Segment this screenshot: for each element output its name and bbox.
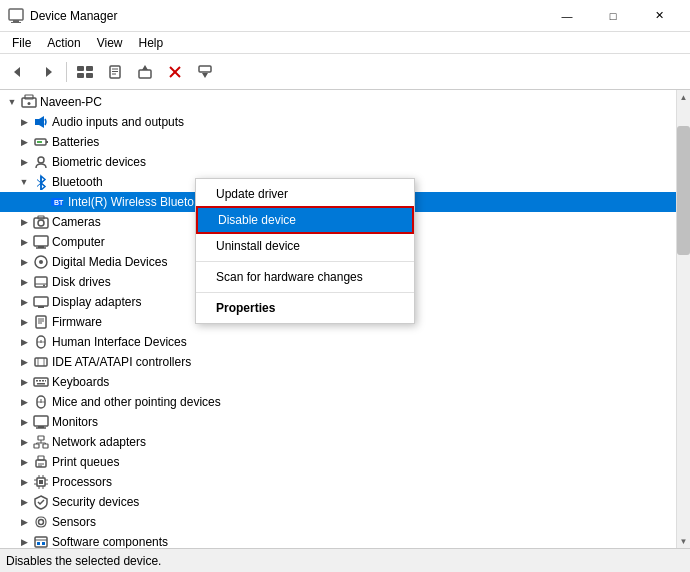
- toolbar-forward[interactable]: [34, 58, 62, 86]
- svg-rect-6: [86, 66, 93, 71]
- monitors-expander[interactable]: ▶: [16, 414, 32, 430]
- window-controls: — □ ✕: [544, 0, 682, 32]
- biometric-icon: [32, 153, 50, 171]
- keyboards-expander[interactable]: ▶: [16, 374, 32, 390]
- scroll-up[interactable]: ▲: [677, 90, 691, 104]
- toolbar-update-driver[interactable]: [131, 58, 159, 86]
- tree-item-keyboards[interactable]: ▶ Keyboards: [0, 372, 676, 392]
- disk-drives-icon: [32, 273, 50, 291]
- scroll-down[interactable]: ▼: [677, 534, 691, 548]
- app-icon: [8, 8, 24, 24]
- context-menu-uninstall-device[interactable]: Uninstall device: [196, 234, 414, 258]
- tree-root[interactable]: ▼ Naveen-PC: [0, 92, 676, 112]
- tree-item-hid[interactable]: ▶ Human Interface Devices: [0, 332, 676, 352]
- tree-item-network[interactable]: ▶ Network adapters: [0, 432, 676, 452]
- svg-rect-38: [34, 236, 48, 246]
- hid-expander[interactable]: ▶: [16, 334, 32, 350]
- biometric-label: Biometric devices: [52, 155, 146, 169]
- tree-item-processors[interactable]: ▶ Processors: [0, 472, 676, 492]
- firmware-expander[interactable]: ▶: [16, 314, 32, 330]
- svg-rect-25: [46, 141, 48, 143]
- biometric-expander[interactable]: ▶: [16, 154, 32, 170]
- monitors-icon: [32, 413, 50, 431]
- disk-drives-expander[interactable]: ▶: [16, 274, 32, 290]
- processors-expander[interactable]: ▶: [16, 474, 32, 490]
- context-menu-properties[interactable]: Properties: [196, 296, 414, 320]
- batteries-expander[interactable]: ▶: [16, 134, 32, 150]
- minimize-button[interactable]: —: [544, 0, 590, 32]
- security-expander[interactable]: ▶: [16, 494, 32, 510]
- menu-action[interactable]: Action: [39, 34, 88, 52]
- tree-item-security[interactable]: ▶ Security devices: [0, 492, 676, 512]
- svg-rect-71: [34, 444, 39, 448]
- ide-expander[interactable]: ▶: [16, 354, 32, 370]
- cameras-expander[interactable]: ▶: [16, 214, 32, 230]
- security-label: Security devices: [52, 495, 139, 509]
- menu-help[interactable]: Help: [131, 34, 172, 52]
- digital-media-expander[interactable]: ▶: [16, 254, 32, 270]
- monitors-label: Monitors: [52, 415, 98, 429]
- tree-item-monitors[interactable]: ▶ Monitors: [0, 412, 676, 432]
- root-expander[interactable]: ▼: [4, 94, 20, 110]
- svg-rect-2: [11, 22, 21, 23]
- svg-point-21: [28, 102, 31, 105]
- audio-expander[interactable]: ▶: [16, 114, 32, 130]
- svg-rect-55: [35, 358, 47, 366]
- toolbar-show-hidden[interactable]: [71, 58, 99, 86]
- toolbar-properties[interactable]: [101, 58, 129, 86]
- close-button[interactable]: ✕: [636, 0, 682, 32]
- scrollbar[interactable]: ▲ ▼: [676, 90, 690, 548]
- software-components-label: Software components: [52, 535, 168, 548]
- svg-rect-62: [45, 380, 46, 382]
- context-menu-update-driver[interactable]: Update driver: [196, 182, 414, 206]
- print-queues-expander[interactable]: ▶: [16, 454, 32, 470]
- svg-point-45: [43, 285, 45, 287]
- svg-rect-61: [42, 380, 44, 382]
- tree-item-software-components[interactable]: ▶ Software components: [0, 532, 676, 548]
- svg-marker-23: [39, 116, 44, 128]
- ide-icon: [32, 353, 50, 371]
- svg-rect-26: [37, 141, 42, 143]
- context-menu-sep2: [196, 292, 414, 293]
- cameras-label: Cameras: [52, 215, 101, 229]
- context-menu-scan[interactable]: Scan for hardware changes: [196, 265, 414, 289]
- svg-point-27: [38, 157, 44, 163]
- mice-expander[interactable]: ▶: [16, 394, 32, 410]
- network-expander[interactable]: ▶: [16, 434, 32, 450]
- toolbar-sep1: [66, 62, 67, 82]
- toolbar-back[interactable]: [4, 58, 32, 86]
- tree-item-sensors[interactable]: ▶ Sensors: [0, 512, 676, 532]
- computer-expander[interactable]: ▶: [16, 234, 32, 250]
- toolbar-scan[interactable]: [191, 58, 219, 86]
- maximize-button[interactable]: □: [590, 0, 636, 32]
- sensors-expander[interactable]: ▶: [16, 514, 32, 530]
- svg-rect-47: [38, 306, 44, 308]
- tree-item-batteries[interactable]: ▶ Batteries: [0, 132, 676, 152]
- tree-item-print-queues[interactable]: ▶ Print queues: [0, 452, 676, 472]
- menu-bar: File Action View Help: [0, 32, 690, 54]
- audio-icon: [32, 113, 50, 131]
- tree-item-audio[interactable]: ▶ Audio inputs and outputs: [0, 112, 676, 132]
- status-bar: Disables the selected device.: [0, 548, 690, 572]
- display-adapters-expander[interactable]: ▶: [16, 294, 32, 310]
- toolbar-disable[interactable]: [161, 58, 189, 86]
- hid-icon: [32, 333, 50, 351]
- svg-marker-3: [14, 67, 20, 77]
- svg-rect-67: [34, 416, 48, 426]
- tree-item-ide[interactable]: ▶ IDE ATA/ATAPI controllers: [0, 352, 676, 372]
- firmware-label: Firmware: [52, 315, 102, 329]
- context-menu-disable-device[interactable]: Disable device: [196, 206, 414, 234]
- menu-view[interactable]: View: [89, 34, 131, 52]
- scroll-track: [677, 104, 690, 534]
- hid-label: Human Interface Devices: [52, 335, 187, 349]
- software-components-expander[interactable]: ▶: [16, 534, 32, 548]
- processors-label: Processors: [52, 475, 112, 489]
- scroll-thumb[interactable]: [677, 126, 690, 255]
- svg-marker-14: [142, 65, 148, 70]
- root-icon: [20, 93, 38, 111]
- bluetooth-expander[interactable]: ▼: [16, 174, 32, 190]
- svg-rect-59: [36, 380, 38, 382]
- menu-file[interactable]: File: [4, 34, 39, 52]
- tree-item-biometric[interactable]: ▶ Biometric devices: [0, 152, 676, 172]
- tree-item-mice[interactable]: ▶ Mice and other pointing devices: [0, 392, 676, 412]
